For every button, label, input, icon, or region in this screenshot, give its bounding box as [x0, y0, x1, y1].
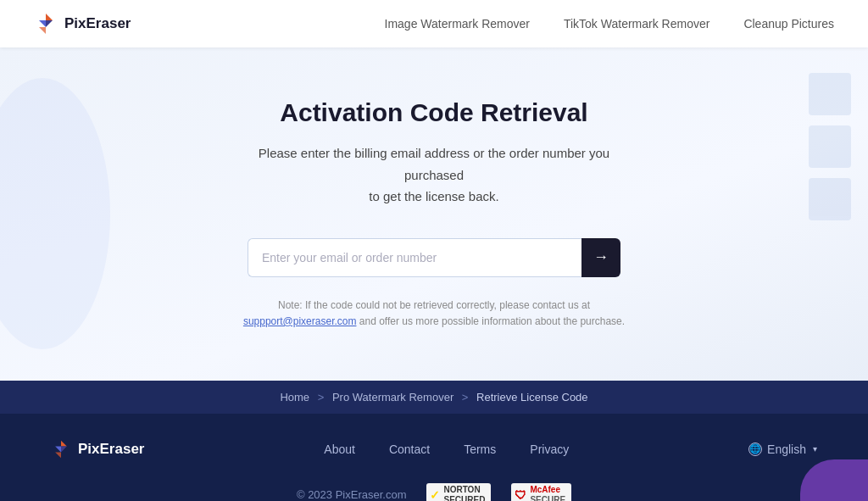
chevron-down-icon: ▾: [813, 444, 817, 454]
footer-lang-label: English: [767, 443, 806, 456]
breadcrumb-pro-watermark[interactable]: Pro Watermark Remover: [332, 391, 453, 404]
main-content: Activation Code Retrieval Please enter t…: [0, 47, 868, 381]
site-footer: PixEraser About Contact Terms Privacy 🌐 …: [0, 414, 868, 501]
breadcrumb-sep-1: >: [318, 391, 325, 404]
bg-rect-3: [809, 178, 851, 220]
arrow-right-icon: →: [593, 248, 609, 266]
main-nav: Image Watermark Remover TikTok Watermark…: [385, 17, 834, 31]
svg-marker-1: [39, 20, 46, 27]
breadcrumb: Home > Pro Watermark Remover > Retrieve …: [280, 391, 587, 404]
nav-image-watermark[interactable]: Image Watermark Remover: [385, 17, 530, 31]
footer-nav-terms[interactable]: Terms: [464, 443, 496, 456]
bg-decoration-left: [0, 78, 110, 349]
footer-logo-area[interactable]: PixEraser: [51, 439, 144, 459]
footer-nav: About Contact Terms Privacy: [324, 443, 569, 456]
footer-nav-contact[interactable]: Contact: [389, 443, 430, 456]
svg-marker-3: [39, 27, 46, 34]
nav-tiktok-watermark[interactable]: TikTok Watermark Remover: [564, 17, 709, 31]
mcafee-shield-icon: 🛡: [515, 488, 526, 501]
globe-icon: 🌐: [748, 443, 762, 456]
svg-marker-6: [61, 446, 67, 452]
page-title: Activation Code Retrieval: [280, 98, 587, 127]
norton-label: NORTONSECURED: [443, 485, 485, 501]
note-text: Note: If the code could not be retrieved…: [239, 298, 629, 330]
footer-top: PixEraser About Contact Terms Privacy 🌐 …: [51, 439, 817, 459]
footer-bottom: © 2023 PixEraser.com ✓ NORTONSECURED 🛡 M…: [51, 483, 817, 501]
svg-marker-7: [55, 452, 61, 458]
copyright-text: © 2023 PixEraser.com: [297, 488, 407, 501]
support-email-link[interactable]: suppport@pixeraser.com: [243, 315, 357, 327]
svg-marker-5: [55, 446, 61, 452]
footer-nav-about[interactable]: About: [324, 443, 355, 456]
footer-logo-text: PixEraser: [78, 441, 144, 458]
breadcrumb-bar: Home > Pro Watermark Remover > Retrieve …: [0, 381, 868, 414]
logo-icon: [34, 12, 58, 36]
svg-marker-2: [46, 20, 53, 27]
nav-cleanup-pictures[interactable]: Cleanup Pictures: [743, 17, 834, 31]
breadcrumb-sep-2: >: [462, 391, 469, 404]
bg-decoration-right: [809, 73, 851, 220]
mcafee-label: McAfeeSECURE: [530, 485, 565, 501]
breadcrumb-home[interactable]: Home: [280, 391, 309, 404]
svg-marker-4: [61, 441, 67, 447]
breadcrumb-current: Retrieve License Code: [476, 391, 588, 404]
footer-language-selector[interactable]: 🌐 English ▾: [748, 443, 817, 456]
norton-badge: ✓ NORTONSECURED: [426, 483, 491, 501]
logo-area[interactable]: PixEraser: [34, 12, 131, 36]
norton-check-icon: ✓: [430, 488, 440, 501]
svg-marker-0: [46, 14, 53, 20]
bg-rect-2: [809, 125, 851, 168]
footer-logo-icon: [51, 439, 71, 459]
footer-nav-privacy[interactable]: Privacy: [530, 443, 569, 456]
footer-blob: [800, 459, 868, 501]
submit-button[interactable]: →: [581, 238, 620, 277]
bg-rect-1: [809, 73, 851, 115]
mcafee-badge: 🛡 McAfeeSECURE: [511, 483, 571, 501]
page-subtitle: Please enter the billing email address o…: [231, 142, 637, 208]
input-row: →: [248, 238, 620, 277]
email-or-order-input[interactable]: [248, 238, 581, 277]
logo-text: PixEraser: [64, 15, 131, 32]
site-header: PixEraser Image Watermark Remover TikTok…: [0, 0, 868, 47]
